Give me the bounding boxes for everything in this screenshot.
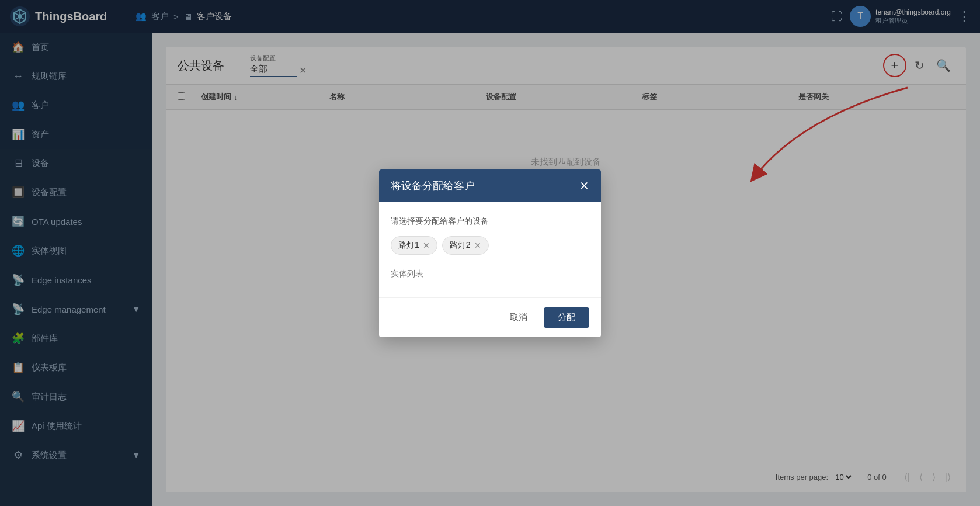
dialog-footer: 取消 分配 — [379, 297, 601, 337]
dialog-body: 请选择要分配给客户的设备 路灯1 ✕ 路灯2 ✕ — [379, 202, 601, 297]
dialog-title: 将设备分配给客户 — [391, 179, 475, 193]
chip-label-2: 路灯2 — [450, 240, 471, 251]
chip-roadlight2: 路灯2 ✕ — [442, 236, 489, 255]
dialog-header: 将设备分配给客户 ✕ — [379, 169, 601, 202]
chip-area: 路灯1 ✕ 路灯2 ✕ — [391, 236, 589, 255]
modal-overlay[interactable]: 将设备分配给客户 ✕ 请选择要分配给客户的设备 路灯1 ✕ 路灯2 ✕ 取消 分… — [0, 0, 980, 506]
chip-label-1: 路灯1 — [398, 240, 419, 251]
dialog-subtitle: 请选择要分配给客户的设备 — [391, 216, 589, 227]
entity-list-input[interactable] — [391, 264, 589, 283]
dialog-close-button[interactable]: ✕ — [579, 179, 589, 193]
cancel-button[interactable]: 取消 — [501, 307, 537, 328]
assign-button[interactable]: 分配 — [544, 307, 589, 328]
chip-roadlight1: 路灯1 ✕ — [391, 236, 437, 255]
assign-dialog: 将设备分配给客户 ✕ 请选择要分配给客户的设备 路灯1 ✕ 路灯2 ✕ 取消 分… — [379, 169, 601, 337]
chip-remove-1[interactable]: ✕ — [423, 241, 430, 250]
chip-remove-2[interactable]: ✕ — [474, 241, 481, 250]
